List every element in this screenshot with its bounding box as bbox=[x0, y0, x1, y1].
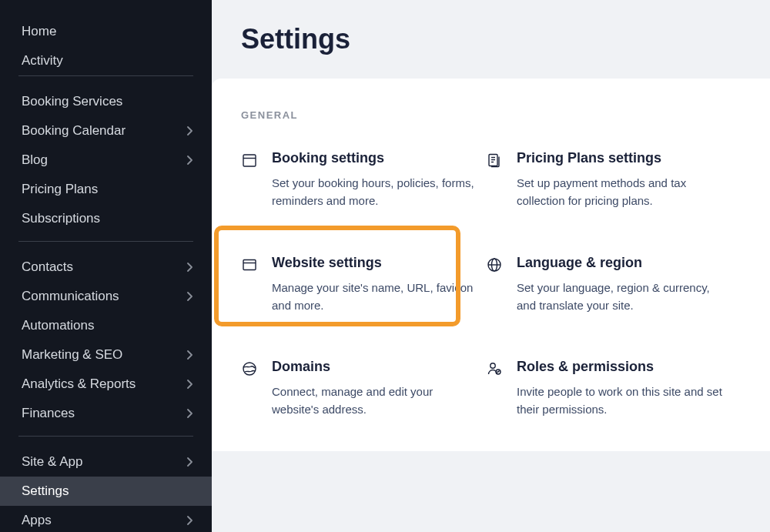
sidebar-item-blog[interactable]: Blog bbox=[0, 146, 212, 175]
sidebar-item-communications[interactable]: Communications bbox=[0, 282, 212, 311]
sidebar-divider bbox=[18, 436, 193, 437]
roles-icon bbox=[486, 360, 503, 377]
main-content: Settings GENERAL Booking settings Set yo… bbox=[212, 0, 770, 532]
svg-point-11 bbox=[243, 363, 256, 375]
window-icon bbox=[241, 256, 258, 273]
tile-desc: Set your language, region & currency, an… bbox=[517, 279, 725, 315]
tile-title: Roles & permissions bbox=[517, 359, 725, 375]
settings-card: GENERAL Booking settings Set your bookin… bbox=[212, 79, 770, 451]
chevron-right-icon bbox=[187, 350, 193, 360]
svg-rect-0 bbox=[243, 155, 256, 166]
sidebar-item-site-app[interactable]: Site & App bbox=[0, 447, 212, 477]
chevron-right-icon bbox=[187, 292, 193, 301]
sidebar-item-label: Activity bbox=[22, 53, 63, 69]
tile-desc: Invite people to work on this site and s… bbox=[517, 383, 725, 419]
domain-globe-icon bbox=[241, 360, 258, 377]
sidebar-item-marketing-seo[interactable]: Marketing & SEO bbox=[0, 340, 212, 370]
tile-booking-settings[interactable]: Booking settings Set your booking hours,… bbox=[241, 149, 480, 212]
sidebar-item-label: Automations bbox=[22, 318, 95, 333]
sidebar-divider bbox=[18, 241, 193, 242]
tile-title: Pricing Plans settings bbox=[517, 150, 725, 166]
sidebar-item-pricing-plans[interactable]: Pricing Plans bbox=[0, 175, 212, 204]
svg-rect-6 bbox=[243, 259, 256, 269]
general-section-label: GENERAL bbox=[241, 109, 770, 121]
sidebar-item-label: Booking Calendar bbox=[22, 123, 126, 139]
tile-desc: Manage your site's name, URL, favicon an… bbox=[272, 279, 480, 315]
tile-title: Language & region bbox=[517, 255, 725, 271]
sidebar-item-subscriptions[interactable]: Subscriptions bbox=[0, 204, 212, 233]
tile-language-region[interactable]: Language & region Set your language, reg… bbox=[486, 253, 725, 316]
tile-desc: Set your booking hours, policies, forms,… bbox=[272, 174, 480, 210]
chevron-right-icon bbox=[187, 126, 193, 136]
sidebar-item-label: Site & App bbox=[22, 454, 82, 470]
sidebar: Home Activity Booking Services Booking C… bbox=[0, 0, 212, 532]
sidebar-item-booking-services[interactable]: Booking Services bbox=[0, 87, 212, 116]
sidebar-item-settings[interactable]: Settings bbox=[0, 477, 212, 506]
sidebar-item-label: Communications bbox=[22, 289, 119, 304]
tile-roles-permissions[interactable]: Roles & permissions Invite people to wor… bbox=[486, 357, 725, 420]
sidebar-item-label: Settings bbox=[22, 483, 69, 499]
chevron-right-icon bbox=[187, 516, 193, 525]
tile-title: Website settings bbox=[272, 255, 480, 271]
tile-title: Domains bbox=[272, 359, 480, 375]
svg-point-12 bbox=[490, 363, 495, 368]
sidebar-item-home[interactable]: Home bbox=[0, 17, 212, 46]
sidebar-divider bbox=[18, 75, 193, 76]
sidebar-item-label: Marketing & SEO bbox=[22, 347, 122, 363]
globe-icon bbox=[486, 256, 503, 273]
sidebar-item-contacts[interactable]: Contacts bbox=[0, 253, 212, 282]
chevron-right-icon bbox=[187, 409, 193, 418]
tile-website-settings[interactable]: Website settings Manage your site's name… bbox=[241, 253, 480, 316]
chevron-right-icon bbox=[187, 380, 193, 389]
sidebar-item-apps[interactable]: Apps bbox=[0, 506, 212, 532]
sidebar-item-analytics-reports[interactable]: Analytics & Reports bbox=[0, 370, 212, 399]
tile-desc: Set up payment methods and tax collectio… bbox=[517, 174, 725, 210]
tile-title: Booking settings bbox=[272, 150, 480, 166]
sidebar-item-automations[interactable]: Automations bbox=[0, 311, 212, 340]
sidebar-item-label: Analytics & Reports bbox=[22, 376, 136, 392]
sidebar-item-finances[interactable]: Finances bbox=[0, 399, 212, 428]
sidebar-item-booking-calendar[interactable]: Booking Calendar bbox=[0, 116, 212, 146]
sidebar-item-label: Booking Services bbox=[22, 94, 122, 109]
sidebar-item-label: Blog bbox=[22, 152, 48, 168]
sidebar-item-label: Pricing Plans bbox=[22, 182, 98, 197]
sidebar-item-label: Apps bbox=[22, 513, 52, 528]
sidebar-item-label: Finances bbox=[22, 406, 75, 421]
chevron-right-icon bbox=[187, 156, 193, 165]
page-title: Settings bbox=[212, 0, 770, 79]
settings-grid: Booking settings Set your booking hours,… bbox=[241, 149, 770, 420]
clipboard-icon bbox=[486, 152, 503, 169]
sidebar-item-activity[interactable]: Activity bbox=[0, 46, 212, 75]
sidebar-item-label: Contacts bbox=[22, 259, 73, 275]
chevron-right-icon bbox=[187, 457, 193, 467]
chevron-right-icon bbox=[187, 263, 193, 272]
tile-pricing-plans-settings[interactable]: Pricing Plans settings Set up payment me… bbox=[486, 149, 725, 212]
sidebar-item-label: Home bbox=[22, 24, 56, 39]
sidebar-item-label: Subscriptions bbox=[22, 211, 100, 226]
tile-desc: Connect, manage and edit your website's … bbox=[272, 383, 480, 419]
calendar-icon bbox=[241, 152, 258, 169]
tile-domains[interactable]: Domains Connect, manage and edit your we… bbox=[241, 357, 480, 420]
